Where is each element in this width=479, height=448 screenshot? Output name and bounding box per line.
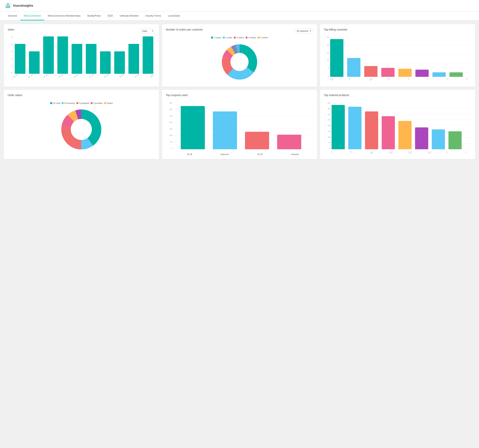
svg-rect-71 xyxy=(365,111,378,149)
nav-item-general[interactable]: General xyxy=(5,12,20,20)
sales-card: Sales Daily Weekly Monthly xyxy=(4,24,159,87)
svg-rect-15 xyxy=(114,51,125,74)
svg-rect-13 xyxy=(86,44,97,74)
svg-rect-38 xyxy=(415,70,429,77)
svg-rect-35 xyxy=(364,66,378,77)
legend-5-orders: 5 orders xyxy=(258,36,268,39)
legend-4-orders: 4 orders xyxy=(246,36,256,39)
svg-rect-37 xyxy=(399,69,412,77)
top-billing-card: Top billing countries 45 xyxy=(320,24,475,87)
order-status-card: Order status On hold Processing Complete… xyxy=(4,90,159,159)
legend-cancelled: Cancelled xyxy=(91,102,103,104)
svg-rect-57 xyxy=(213,111,237,149)
nav-item-ultimate-member[interactable]: Ultimate Member xyxy=(116,12,142,20)
logo: UsersInsights xyxy=(5,2,33,9)
svg-rect-58 xyxy=(245,132,269,149)
top-coupons-title: Top coupons used xyxy=(166,94,188,97)
svg-rect-16 xyxy=(128,44,139,74)
nav-item-gravity-forms[interactable]: Gravity Forms xyxy=(142,12,165,20)
legend-3-orders: 3 orders xyxy=(234,36,244,39)
svg-rect-34 xyxy=(347,58,361,77)
nav-item-buddypress[interactable]: BuddyPress xyxy=(84,12,104,20)
nav-item-edd[interactable]: EDD xyxy=(104,12,116,20)
top-coupons-card: Top coupons used xyxy=(162,90,317,159)
top-products-card: Top ordered products xyxy=(320,90,475,159)
coupon-label-welcome: welcome xyxy=(221,153,229,155)
svg-rect-36 xyxy=(381,68,395,77)
coupon-label-20off: 20 off xyxy=(257,153,263,155)
order-status-title: Order status xyxy=(8,94,22,97)
orders-title: Number of orders per customer xyxy=(166,28,203,31)
svg-rect-12 xyxy=(72,44,82,74)
svg-rect-40 xyxy=(450,72,463,77)
legend-2-orders: 2 orders xyxy=(211,36,221,39)
navigation: General WooCommerce WooCommerce Membersh… xyxy=(0,12,479,20)
order-status-legend: On hold Processing Completed Cancelled F… xyxy=(8,102,155,104)
sales-title: Sales xyxy=(8,28,14,31)
nav-item-woocommerce-memberships[interactable]: WooCommerce Memberships xyxy=(44,12,84,20)
svg-point-47 xyxy=(71,119,92,140)
svg-rect-73 xyxy=(399,121,412,149)
svg-point-26 xyxy=(231,53,248,71)
svg-rect-33 xyxy=(330,39,344,77)
svg-rect-69 xyxy=(332,105,345,149)
svg-rect-8 xyxy=(15,44,25,74)
sales-filter[interactable]: Daily Weekly Monthly xyxy=(140,29,155,33)
legend-1-order: 1 order xyxy=(223,36,232,39)
top-billing-title: Top billing countries xyxy=(324,28,347,31)
orders-filter[interactable]: All statuses Completed Processing xyxy=(294,29,313,33)
svg-rect-59 xyxy=(277,135,301,149)
sales-chart: 5 4 3 2 1 0 02 Jan 03 Jan 04 Jan 05 Jan … xyxy=(8,36,155,78)
svg-rect-9 xyxy=(29,51,40,74)
header: UsersInsights xyxy=(0,0,479,12)
legend-failed: Failed xyxy=(104,102,113,104)
top-coupons-chart: 350 300 250 200 150 100 50 0 30 off welc… xyxy=(166,102,313,155)
top-billing-chart: 45 35 25 15 5 0 United States France Uni… xyxy=(324,36,471,82)
logo-text: UsersInsights xyxy=(13,4,33,7)
dashboard: Sales Daily Weekly Monthly xyxy=(0,20,479,163)
svg-rect-70 xyxy=(348,107,361,149)
legend-completed: Completed xyxy=(76,102,89,104)
nav-item-woocommerce[interactable]: WooCommerce xyxy=(20,12,44,20)
svg-rect-39 xyxy=(432,72,446,77)
coupon-label-30off: 30 off xyxy=(187,153,192,155)
orders-per-customer-card: Number of orders per customer All status… xyxy=(162,24,317,87)
svg-rect-76 xyxy=(448,131,462,149)
logo-icon xyxy=(5,2,12,9)
svg-rect-72 xyxy=(382,116,395,149)
legend-processing: Processing xyxy=(62,102,75,104)
svg-rect-14 xyxy=(100,51,111,74)
orders-legend: 2 orders 1 order 3 orders 4 orders 5 ord… xyxy=(166,36,313,39)
top-products-title: Top ordered products xyxy=(324,94,349,97)
svg-rect-17 xyxy=(143,36,153,74)
svg-rect-75 xyxy=(432,130,445,149)
orders-donut-chart xyxy=(166,41,313,83)
order-status-donut xyxy=(8,107,155,152)
coupon-label-newyear: newyear xyxy=(291,153,299,155)
nav-item-learndash[interactable]: LearnDash xyxy=(165,12,184,20)
legend-on-hold: On hold xyxy=(50,102,60,104)
svg-rect-10 xyxy=(43,36,54,74)
svg-rect-56 xyxy=(181,106,205,149)
top-products-chart: 400 350 300 250 200 150 100 50 0 Poster … xyxy=(324,102,471,155)
svg-rect-11 xyxy=(57,36,68,74)
svg-rect-74 xyxy=(415,127,428,149)
